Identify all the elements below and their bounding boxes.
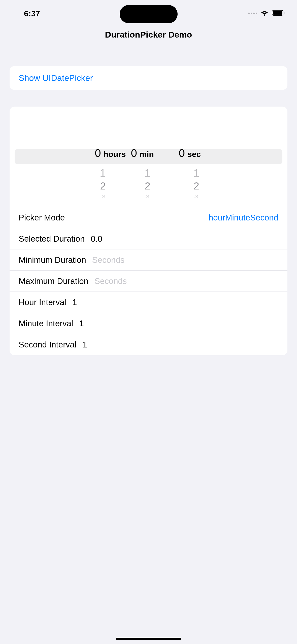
status-bar: 6:37 <box>0 0 297 25</box>
picker-option: 3 <box>194 194 199 200</box>
picker-seconds-unit: sec <box>187 150 201 159</box>
picker-hours-value: 0 <box>95 147 101 159</box>
row-maximum-duration[interactable]: Maximum Duration <box>10 271 287 292</box>
status-right <box>248 10 285 17</box>
picker-option: 2 <box>145 180 150 192</box>
picker-option: 1 <box>100 167 106 180</box>
value-picker-mode[interactable]: hourMinuteSecond <box>209 213 278 222</box>
picker-minutes-unit: min <box>140 150 154 159</box>
label-second-interval: Second Interval <box>19 340 76 349</box>
picker-seconds-value: 0 <box>179 147 185 159</box>
settings-list: Picker Mode hourMinuteSecond Selected Du… <box>10 207 287 355</box>
picker-column-hours[interactable]: 0 hours 1 2 3 <box>71 147 131 201</box>
status-time: 6:37 <box>24 9 40 18</box>
value-hour-interval: 1 <box>72 298 77 307</box>
dynamic-island <box>120 5 178 23</box>
input-maximum-duration[interactable] <box>94 276 278 286</box>
duration-picker-card: 0 hours 1 2 3 0 min 1 2 3 <box>10 107 287 355</box>
show-picker-card: Show UIDatePicker <box>10 66 287 90</box>
picker-option: 1 <box>193 167 199 180</box>
label-hour-interval: Hour Interval <box>19 298 66 307</box>
value-second-interval: 1 <box>82 340 87 349</box>
row-minute-interval[interactable]: Minute Interval 1 <box>10 313 287 334</box>
picker-option: 2 <box>193 180 199 192</box>
picker-option: 1 <box>145 167 150 180</box>
label-minute-interval: Minute Interval <box>19 319 73 328</box>
picker-hours-unit: hours <box>104 150 126 159</box>
picker-minutes-value: 0 <box>131 147 137 159</box>
home-indicator[interactable] <box>116 638 181 640</box>
picker-option: 2 <box>100 180 106 192</box>
row-picker-mode[interactable]: Picker Mode hourMinuteSecond <box>10 207 287 228</box>
label-selected-duration: Selected Duration <box>19 234 85 244</box>
battery-icon <box>272 10 285 17</box>
value-minute-interval: 1 <box>79 319 84 328</box>
picker-option: 3 <box>102 194 106 200</box>
row-selected-duration: Selected Duration 0.0 <box>10 228 287 249</box>
picker-column-minutes[interactable]: 0 min 1 2 3 <box>131 147 176 201</box>
row-minimum-duration[interactable]: Minimum Duration <box>10 249 287 271</box>
duration-picker[interactable]: 0 hours 1 2 3 0 min 1 2 3 <box>10 107 287 207</box>
picker-option: 3 <box>145 194 150 200</box>
label-picker-mode: Picker Mode <box>19 213 65 222</box>
value-selected-duration: 0.0 <box>91 234 102 244</box>
show-uidatepicker-button[interactable]: Show UIDatePicker <box>19 73 93 83</box>
row-second-interval[interactable]: Second Interval 1 <box>10 334 287 355</box>
label-minimum-duration: Minimum Duration <box>19 255 86 265</box>
page-title: DurationPicker Demo <box>0 30 297 40</box>
cellular-dots-icon <box>248 13 257 14</box>
svg-rect-1 <box>273 11 282 15</box>
row-hour-interval[interactable]: Hour Interval 1 <box>10 292 287 313</box>
wifi-icon <box>260 10 269 17</box>
svg-rect-2 <box>284 12 284 14</box>
label-maximum-duration: Maximum Duration <box>19 276 88 286</box>
picker-column-seconds[interactable]: 0 sec 1 2 3 <box>176 147 227 201</box>
input-minimum-duration[interactable] <box>92 255 278 265</box>
